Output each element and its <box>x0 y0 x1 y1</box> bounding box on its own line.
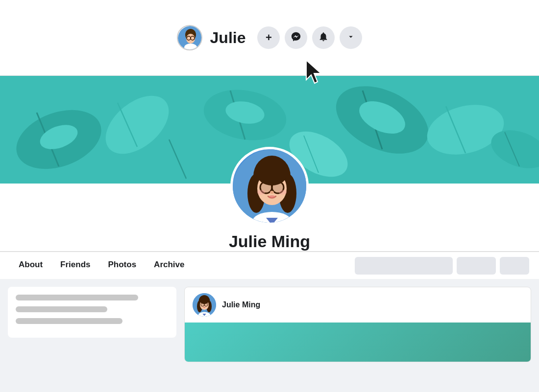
tab-about[interactable]: About <box>10 252 51 279</box>
chevron-down-icon <box>346 32 355 44</box>
sidebar-line-2 <box>16 306 107 312</box>
messenger-button[interactable] <box>285 26 307 49</box>
post-username: Julie Ming <box>222 300 260 309</box>
right-column: Julie Ming <box>184 287 531 392</box>
add-icon: + <box>266 31 272 44</box>
profile-name: Julie Ming <box>229 232 310 251</box>
svg-point-39 <box>257 190 265 195</box>
nav-action-icons: + <box>257 26 362 49</box>
profile-avatar-wrapper <box>230 147 309 225</box>
svg-point-40 <box>279 190 287 195</box>
notifications-button[interactable] <box>312 26 335 49</box>
nav-username: Julie <box>210 29 246 47</box>
profile-tabs: About Friends Photos Archive <box>0 252 539 279</box>
post-card: Julie Ming <box>184 287 531 362</box>
svg-point-37 <box>270 191 274 194</box>
post-image-placeholder <box>185 323 531 362</box>
profile-avatar <box>230 147 309 225</box>
profile-section: Julie Ming <box>0 184 539 252</box>
sidebar-line-3 <box>16 318 122 324</box>
content-area: Julie Ming <box>0 279 539 392</box>
dropdown-button[interactable] <box>340 26 362 49</box>
svg-point-53 <box>199 297 209 304</box>
add-button[interactable]: + <box>257 26 280 49</box>
bell-icon <box>318 31 329 45</box>
tab-placeholder-1 <box>355 257 453 275</box>
messenger-icon <box>291 31 301 45</box>
svg-point-52 <box>203 307 205 308</box>
sidebar-card <box>8 287 176 338</box>
post-avatar <box>193 293 216 317</box>
nav-avatar <box>177 25 202 50</box>
tab-friends[interactable]: Friends <box>51 252 99 279</box>
tab-placeholder-3 <box>500 257 529 275</box>
sidebar-line-1 <box>16 295 138 300</box>
tab-archive[interactable]: Archive <box>145 252 193 279</box>
tab-photos[interactable]: Photos <box>99 252 146 279</box>
navbar: Julie + <box>0 0 539 76</box>
svg-point-38 <box>269 195 275 198</box>
tab-placeholder-2 <box>457 257 496 275</box>
post-header: Julie Ming <box>185 287 531 323</box>
left-column <box>8 287 184 392</box>
